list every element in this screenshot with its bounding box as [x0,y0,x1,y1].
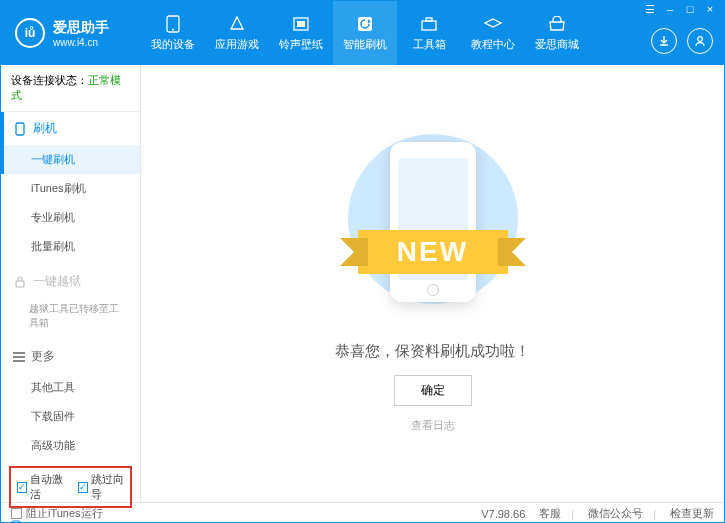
jailbreak-note: 越狱工具已转移至工具箱 [29,302,128,330]
app-url: www.i4.cn [53,37,109,48]
support-link[interactable]: 客服 [539,506,561,521]
user-button[interactable] [687,28,713,54]
wechat-link[interactable]: 微信公众号 [588,506,643,521]
new-ribbon: NEW [358,230,508,274]
logo-icon: iů [15,18,45,48]
menu-itunes-flash[interactable]: iTunes刷机 [1,174,140,203]
svg-point-1 [172,28,174,30]
menu-oneclick-flash[interactable]: 一键刷机 [1,145,140,174]
wallpaper-icon [291,15,311,33]
sidebar: 设备连接状态：正常模式 刷机 一键刷机 iTunes刷机 专业刷机 批量刷机 一… [1,65,141,502]
menu-icon[interactable]: ☰ [641,2,659,16]
close-icon[interactable]: × [701,2,719,16]
section-more[interactable]: 更多 [1,340,140,373]
phone-icon [163,15,183,33]
tab-smart-flash[interactable]: 智能刷机 [333,1,397,65]
section-flash[interactable]: 刷机 [1,112,140,145]
checkbox-icon: ✓ [78,482,88,493]
section-jailbreak: 一键越狱 [1,265,140,298]
confirm-button[interactable]: 确定 [394,375,472,406]
svg-rect-9 [16,281,24,287]
check-block-itunes[interactable]: 阻止iTunes运行 [11,506,103,521]
logo-area: iů 爱思助手 www.i4.cn [1,18,141,48]
list-icon [13,352,25,362]
menu-advanced[interactable]: 高级功能 [1,431,140,460]
tab-tutorials[interactable]: 教程中心 [461,1,525,65]
lock-icon [13,275,27,289]
tab-apps-games[interactable]: 应用游戏 [205,1,269,65]
svg-rect-3 [297,21,305,27]
menu-download-firmware[interactable]: 下载固件 [1,402,140,431]
menu-batch-flash[interactable]: 批量刷机 [1,232,140,261]
check-auto-activate[interactable]: ✓自动激活 [17,472,64,502]
version-label: V7.98.66 [481,508,525,520]
success-illustration: NEW [348,134,518,324]
tab-toolbox[interactable]: 工具箱 [397,1,461,65]
minimize-icon[interactable]: – [661,2,679,16]
tab-ringtone-wallpaper[interactable]: 铃声壁纸 [269,1,333,65]
window-controls: ☰ – □ × [641,2,719,16]
app-header: ☰ – □ × iů 爱思助手 www.i4.cn 我的设备 应用游戏 铃声壁纸… [1,1,724,65]
app-icon [227,15,247,33]
check-update-link[interactable]: 检查更新 [670,506,714,521]
phone-section-icon [13,122,27,136]
svg-rect-5 [422,21,436,30]
menu-other-tools[interactable]: 其他工具 [1,373,140,402]
refresh-icon [355,15,375,33]
menu-pro-flash[interactable]: 专业刷机 [1,203,140,232]
download-button[interactable] [651,28,677,54]
svg-rect-6 [426,18,432,21]
check-skip-guide[interactable]: ✓跳过向导 [78,472,125,502]
app-title: 爱思助手 [53,19,109,37]
top-nav: 我的设备 应用游戏 铃声壁纸 智能刷机 工具箱 教程中心 爱思商城 [141,1,589,65]
svg-rect-8 [16,123,24,135]
graduation-icon [483,15,503,33]
svg-rect-4 [358,17,372,31]
store-icon [547,15,567,33]
tab-store[interactable]: 爱思商城 [525,1,589,65]
connection-status: 设备连接状态：正常模式 [1,65,140,112]
view-log-link[interactable]: 查看日志 [411,418,455,433]
svg-point-7 [698,37,703,42]
toolbox-icon [419,15,439,33]
maximize-icon[interactable]: □ [681,2,699,16]
options-highlight-box: ✓自动激活 ✓跳过向导 [9,466,132,508]
tab-my-device[interactable]: 我的设备 [141,1,205,65]
main-pane: NEW 恭喜您，保资料刷机成功啦！ 确定 查看日志 [141,65,724,502]
checkbox-icon: ✓ [17,482,27,493]
success-message: 恭喜您，保资料刷机成功啦！ [335,342,530,361]
checkbox-icon [11,508,22,519]
